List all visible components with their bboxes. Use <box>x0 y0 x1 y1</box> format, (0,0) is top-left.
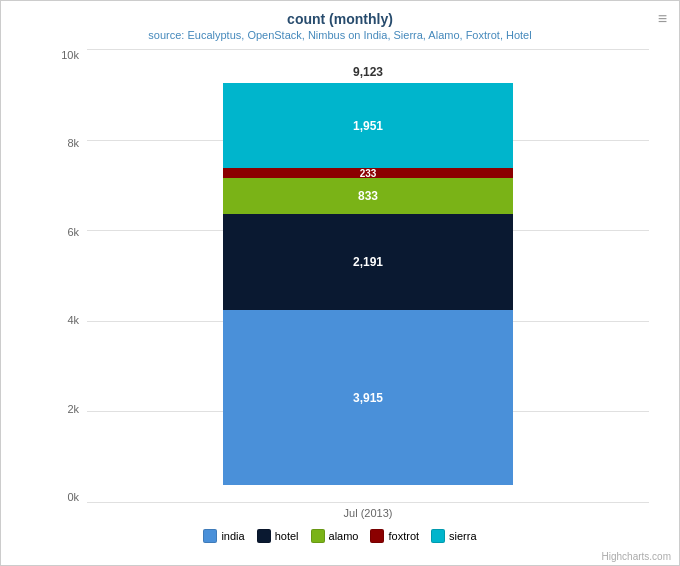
chart-subtitle: source: Eucalyptus, OpenStack, Nimbus on… <box>41 29 639 41</box>
y-axis-label: 8k <box>67 137 79 149</box>
y-axis-label: 0k <box>67 491 79 503</box>
legend-label-alamo: alamo <box>329 530 359 542</box>
legend-swatch-india <box>203 529 217 543</box>
legend-label-hotel: hotel <box>275 530 299 542</box>
y-axis: 10k8k6k4k2k0k <box>51 49 87 523</box>
legend-item-alamo[interactable]: alamo <box>311 529 359 543</box>
bars-area: 3,9152,1918332331,9519,123 <box>87 49 649 505</box>
legend-item-foxtrot[interactable]: foxtrot <box>370 529 419 543</box>
bar-segment-india: 3,915 <box>223 310 513 485</box>
y-axis-label: 4k <box>67 314 79 326</box>
legend-item-india[interactable]: india <box>203 529 244 543</box>
menu-icon[interactable]: ≡ <box>658 11 667 27</box>
y-axis-label: 10k <box>61 49 79 61</box>
legend: indiahotelalamofoxtrotsierra <box>1 523 679 551</box>
chart-header: count (monthly) source: Eucalyptus, Open… <box>1 1 679 45</box>
legend-swatch-hotel <box>257 529 271 543</box>
bar-segment-sierra: 1,951 <box>223 83 513 168</box>
chart-title: count (monthly) <box>41 11 639 27</box>
bar-segment-alamo: 833 <box>223 178 513 214</box>
y-axis-label: 2k <box>67 403 79 415</box>
bar-segment-hotel: 2,191 <box>223 214 513 310</box>
chart-content: 3,9152,1918332331,9519,123 Jul (2013) <box>87 49 649 523</box>
legend-swatch-sierra <box>431 529 445 543</box>
legend-swatch-alamo <box>311 529 325 543</box>
legend-label-india: india <box>221 530 244 542</box>
legend-item-hotel[interactable]: hotel <box>257 529 299 543</box>
legend-label-foxtrot: foxtrot <box>388 530 419 542</box>
bar-total-label: 9,123 <box>353 65 383 79</box>
legend-label-sierra: sierra <box>449 530 477 542</box>
legend-item-sierra[interactable]: sierra <box>431 529 477 543</box>
bar-stack: 3,9152,1918332331,9519,123 <box>223 83 513 485</box>
chart-container: count (monthly) source: Eucalyptus, Open… <box>0 0 680 566</box>
legend-swatch-foxtrot <box>370 529 384 543</box>
bar-segment-foxtrot: 233 <box>223 168 513 178</box>
highcharts-credit: Highcharts.com <box>1 551 679 565</box>
y-axis-label: 6k <box>67 226 79 238</box>
x-axis-label: Jul (2013) <box>87 507 649 523</box>
chart-area: 10k8k6k4k2k0k 3,9152,1918332331,9519,123… <box>1 49 679 523</box>
